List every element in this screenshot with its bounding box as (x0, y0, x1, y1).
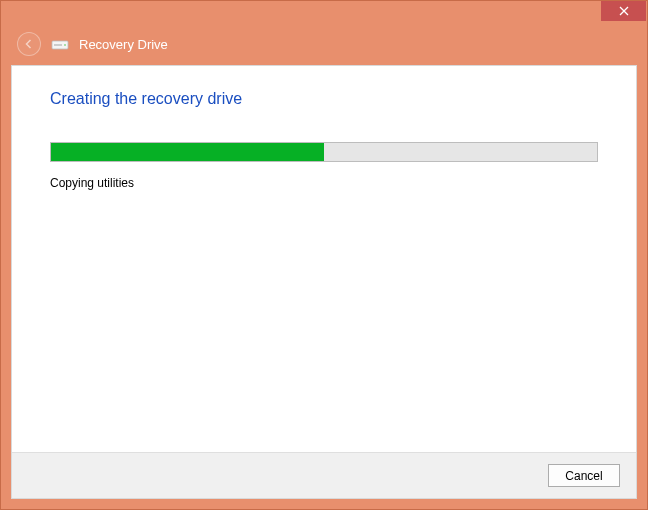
svg-point-4 (64, 44, 66, 46)
progress-bar (50, 142, 598, 162)
content-area: Creating the recovery drive Copying util… (11, 65, 637, 499)
dialog-footer: Cancel (12, 452, 636, 498)
page-heading: Creating the recovery drive (50, 90, 598, 108)
drive-icon (51, 37, 69, 51)
window-title: Recovery Drive (79, 37, 168, 52)
close-icon (619, 6, 629, 16)
progress-status-text: Copying utilities (50, 176, 598, 190)
back-arrow-icon (23, 38, 35, 50)
cancel-button[interactable]: Cancel (548, 464, 620, 487)
titlebar (1, 1, 647, 23)
svg-rect-3 (54, 44, 62, 46)
back-button[interactable] (17, 32, 41, 56)
progress-fill (51, 143, 324, 161)
window-frame: Recovery Drive Creating the recovery dri… (0, 0, 648, 510)
header-strip: Recovery Drive (1, 23, 647, 65)
content-body: Creating the recovery drive Copying util… (12, 66, 636, 452)
close-button[interactable] (601, 1, 646, 21)
